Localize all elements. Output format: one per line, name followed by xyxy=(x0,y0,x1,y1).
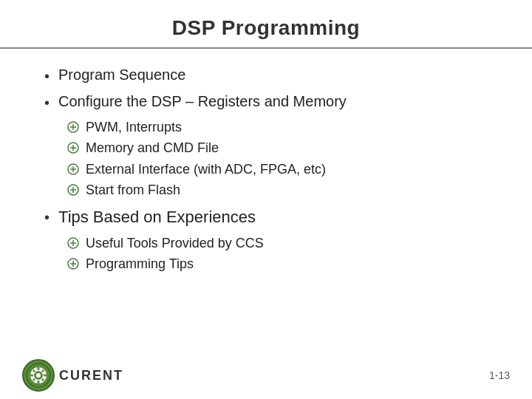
svg-rect-23 xyxy=(38,381,40,383)
slide-footer: CURENT 1-13 xyxy=(0,353,532,399)
bullet-item-2: • Configure the DSP – Registers and Memo… xyxy=(44,92,488,112)
bullet-dot-1: • xyxy=(44,66,50,86)
logo-circle xyxy=(22,359,55,392)
svg-point-21 xyxy=(36,373,41,378)
svg-rect-25 xyxy=(44,375,47,377)
bullet-text-1: Program Sequence xyxy=(58,65,185,85)
company-logo-area: CURENT xyxy=(22,359,123,392)
sub-item-2: Memory and CMD File xyxy=(66,139,488,157)
bullet-dot-3: • xyxy=(44,208,50,227)
sub-icon-1 xyxy=(66,120,80,134)
bullet-item-1: • Program Sequence xyxy=(44,65,488,86)
slide-title: DSP Programming xyxy=(30,16,502,40)
sub-text-6: Programming Tips xyxy=(86,255,194,273)
sub-text-4: Start from Flash xyxy=(86,181,180,199)
slide-number: 1-13 xyxy=(489,369,510,381)
bullet-item-3: • Tips Based on Experiences xyxy=(44,206,488,228)
sub-item-1: PWM, Interrupts xyxy=(66,118,488,136)
svg-rect-24 xyxy=(30,375,33,377)
sub-text-2: Memory and CMD File xyxy=(86,139,219,157)
slide-header: DSP Programming xyxy=(0,0,532,47)
sub-text-5: Useful Tools Provided by CCS xyxy=(86,234,264,252)
sub-list-group1: PWM, Interrupts Memory and CMD File Exte… xyxy=(66,118,488,199)
logo-icon xyxy=(26,363,51,388)
sub-icon-6 xyxy=(66,257,80,270)
slide: DSP Programming • Program Sequence • Con… xyxy=(0,0,532,399)
sub-item-4: Start from Flash xyxy=(66,181,488,199)
bullet-text-2: Configure the DSP – Registers and Memory xyxy=(58,92,347,112)
bullet-text-3: Tips Based on Experiences xyxy=(58,206,256,228)
sub-item-6: Programming Tips xyxy=(66,255,488,273)
svg-rect-22 xyxy=(38,367,40,370)
sub-icon-4 xyxy=(66,183,80,197)
sub-item-3: External Interface (with ADC, FPGA, etc) xyxy=(66,160,488,178)
sub-text-1: PWM, Interrupts xyxy=(86,118,182,136)
sub-list-group2: Useful Tools Provided by CCS Programming… xyxy=(66,234,488,273)
sub-text-3: External Interface (with ADC, FPGA, etc) xyxy=(86,160,326,178)
sub-icon-2 xyxy=(66,141,80,154)
bullet-dot-2: • xyxy=(44,93,50,112)
sub-icon-3 xyxy=(66,163,80,176)
company-name: CURENT xyxy=(59,368,123,383)
slide-content: • Program Sequence • Configure the DSP –… xyxy=(0,49,532,353)
sub-item-5: Useful Tools Provided by CCS xyxy=(66,234,488,252)
sub-icon-5 xyxy=(66,236,80,250)
